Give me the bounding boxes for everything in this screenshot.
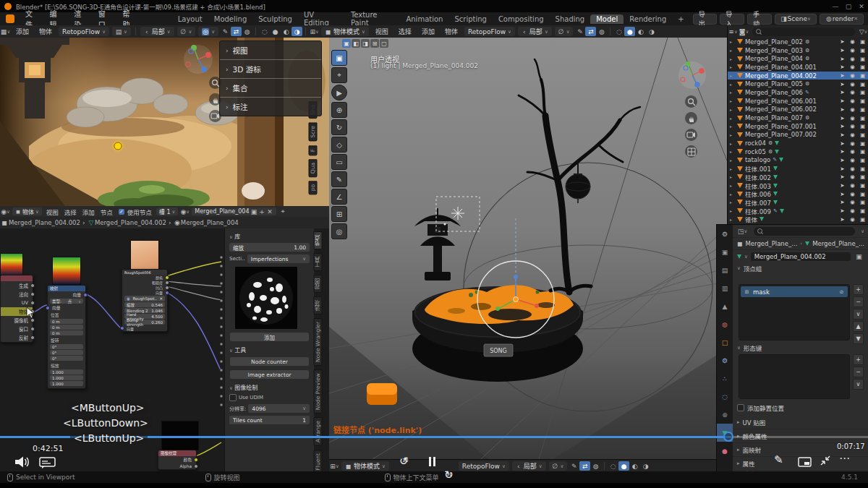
render-camera-icon[interactable]: ▣	[859, 123, 867, 129]
sidebar-tab[interactable]: Node Wrangler	[314, 318, 323, 366]
tab-particles[interactable]: ∴	[717, 369, 733, 388]
shader-node-canvas[interactable]: 生成 法向 UV 物体 摄像机 窗口	[0, 228, 329, 471]
expand-arrow-icon[interactable]: ▸	[730, 183, 735, 188]
outliner-row[interactable]: ▸ Merged_Plane_004.001 ➤ ◉ ▣	[728, 63, 868, 72]
blender-menu-icon[interactable]	[6, 14, 14, 23]
object-name[interactable]: 柱体.009	[745, 207, 771, 215]
expand-arrow-icon[interactable]: ▸	[730, 82, 735, 87]
vertex-group-row[interactable]: ⊞ mask ⊘	[741, 286, 848, 297]
retopoflow-menu-center[interactable]: RetopoFlow∨	[464, 27, 515, 36]
cursor-tool[interactable]: ⌖	[331, 67, 347, 83]
add-button[interactable]: 添加	[229, 332, 310, 342]
value-field[interactable]: 1.000	[50, 369, 83, 374]
selectable-toggle-icon[interactable]: ➤	[838, 166, 846, 172]
outliner-row[interactable]: ▸ Merged_Plane_005 ⚙ ➤ ◉ ▣	[728, 80, 868, 88]
expand-arrow-icon[interactable]: ▸	[730, 132, 735, 137]
snap-dropdown-center[interactable]: ∅∨	[555, 27, 574, 36]
visibility-eye-icon[interactable]: ◉	[848, 47, 856, 53]
shader-context-dropdown[interactable]: ◼物体∨	[12, 207, 42, 215]
render-camera-icon[interactable]: ▣	[859, 64, 867, 70]
retopoflow-menu[interactable]: RetopoFlow∨	[59, 27, 109, 36]
render-camera-icon[interactable]: ▣	[859, 191, 867, 197]
render-camera-icon[interactable]: ▣	[859, 207, 867, 214]
pause-button[interactable]	[427, 455, 436, 469]
sidebar-tab[interactable]: F	[309, 145, 318, 155]
viewport-menu[interactable]: 添加	[417, 27, 440, 36]
render-camera-icon[interactable]: ▣	[859, 216, 867, 223]
pan-tool-button[interactable]	[685, 112, 697, 124]
vector-input-row[interactable]: 向量	[122, 325, 167, 331]
image-texture-node[interactable]: 图像纹理 颜色 Alpha	[158, 450, 197, 470]
sidebar-tab[interactable]: Scre	[309, 122, 318, 141]
visibility-eye-icon[interactable]: ◉	[848, 106, 856, 113]
expand-arrow-icon[interactable]: ▸	[730, 192, 735, 197]
object-name[interactable]: Merged_Plane_004	[745, 55, 803, 62]
node-output-row[interactable]: 粗糙度	[122, 280, 167, 285]
scale-tool[interactable]: ◇	[331, 137, 347, 153]
selectable-toggle-icon[interactable]: ➤	[838, 157, 846, 163]
selectable-toggle-icon[interactable]: ➤	[838, 89, 846, 95]
selectable-toggle-icon[interactable]: ➤	[838, 56, 846, 62]
output-socket[interactable]	[165, 281, 169, 285]
outliner-panel[interactable]: ▸ Merged_Plane_002 ⚙ ➤ ◉ ▣ ▸ Merged_Plan…	[727, 38, 868, 224]
annotate-tool[interactable]: ✎	[331, 171, 347, 187]
io-button[interactable]: 导入	[720, 14, 744, 25]
sidebar-tab[interactable]: Arrange	[314, 417, 323, 446]
tab-render[interactable]: ▣	[717, 243, 733, 261]
remove-group-button[interactable]: −	[853, 296, 864, 307]
pen-icon[interactable]: ✎	[574, 27, 585, 36]
tab-modifiers[interactable]: ⚙	[717, 351, 733, 369]
outliner-row[interactable]: ▸ 柱体.007 ➤ ◉ ▣	[728, 198, 868, 207]
type-dropdown[interactable]: 类型:点∨	[50, 299, 83, 304]
io-button[interactable]: 导出	[693, 14, 718, 25]
object-name[interactable]: 柱体.006	[745, 189, 771, 198]
render-camera-icon[interactable]: ▣	[859, 182, 867, 189]
exit-fullscreen-button[interactable]	[820, 455, 831, 469]
overlay-icon[interactable]: ◍	[596, 27, 607, 36]
outliner-row[interactable]: ▸ Merged_Plane_006.002 ➤ ◉ ▣	[728, 106, 868, 114]
visibility-eye-icon[interactable]: ◉	[848, 115, 856, 121]
node-output-row[interactable]: 凹凸	[122, 285, 167, 290]
tab-physics[interactable]: ◌	[717, 388, 733, 406]
render-camera-icon[interactable]: ▣	[859, 47, 867, 53]
miniplayer-button[interactable]	[798, 456, 812, 470]
object-name[interactable]: Merged_Plane_004.002	[745, 72, 817, 80]
editor-type-icon[interactable]: ▦∨	[0, 27, 11, 36]
lasso-select-icon[interactable]: ⊞	[370, 39, 379, 48]
tab-constraints[interactable]: ⊛	[717, 406, 733, 424]
object-name[interactable]: Merged_Plane_006	[745, 89, 803, 96]
object-name[interactable]: rock05	[745, 148, 766, 155]
outliner-row[interactable]: ▸ 柱体.001 ➤ ◉ ▣	[728, 164, 868, 173]
wireframe-shading-icon[interactable]: ◌	[613, 27, 624, 36]
camera-view-button[interactable]	[685, 129, 697, 141]
expand-arrow-icon[interactable]: ▸	[730, 64, 735, 69]
visibility-eye-icon[interactable]: ◉	[848, 166, 856, 172]
tab-tool[interactable]: ⚙	[717, 225, 733, 243]
rest-position-checkbox[interactable]: 添加静置位置	[733, 402, 868, 414]
object-name[interactable]: 柱体.007	[745, 198, 771, 207]
value-field[interactable]: 1.000	[50, 381, 83, 386]
shader-type-icon[interactable]: ◉∨	[0, 207, 11, 216]
render-camera-icon[interactable]: ▣	[859, 89, 867, 95]
selectable-toggle-icon[interactable]: ➤	[838, 191, 846, 197]
viewport-menu[interactable]: 视图	[370, 27, 393, 36]
navigation-gizmo[interactable]	[675, 58, 710, 93]
value-field[interactable]: 0°	[50, 344, 83, 349]
lock-icon[interactable]: ⊘	[838, 287, 845, 296]
object-name[interactable]: 锥体	[745, 215, 757, 223]
viewport-menu[interactable]: 物体	[440, 27, 463, 36]
tweak-select-icon[interactable]: ▣	[342, 39, 351, 48]
selectable-toggle-icon[interactable]: ➤	[838, 123, 846, 129]
scale-slider[interactable]: 缩放1.00	[229, 243, 310, 252]
use-udim-checkbox[interactable]: Use UDIM	[229, 394, 310, 401]
visibility-eye-icon[interactable]: ◉	[848, 81, 856, 87]
imperfection-group-node[interactable]: RoughSpot006 颜色 粗糙度 凹凸 向量 ◉RoughSpot..✕ …	[122, 269, 168, 332]
outliner-search-input[interactable]	[752, 27, 855, 36]
shape-keys-list[interactable]	[739, 354, 850, 399]
expand-arrow-icon[interactable]: ▸	[730, 107, 735, 112]
value-slider[interactable]: Bump strength0.260	[124, 320, 165, 325]
wireframe-shading-icon[interactable]: ◌	[259, 27, 270, 36]
unlink-icon[interactable]: ✕	[267, 207, 273, 216]
visibility-eye-icon[interactable]: ◉	[848, 216, 856, 223]
scene-selector[interactable]: ◨ Scene ∨	[775, 14, 817, 25]
